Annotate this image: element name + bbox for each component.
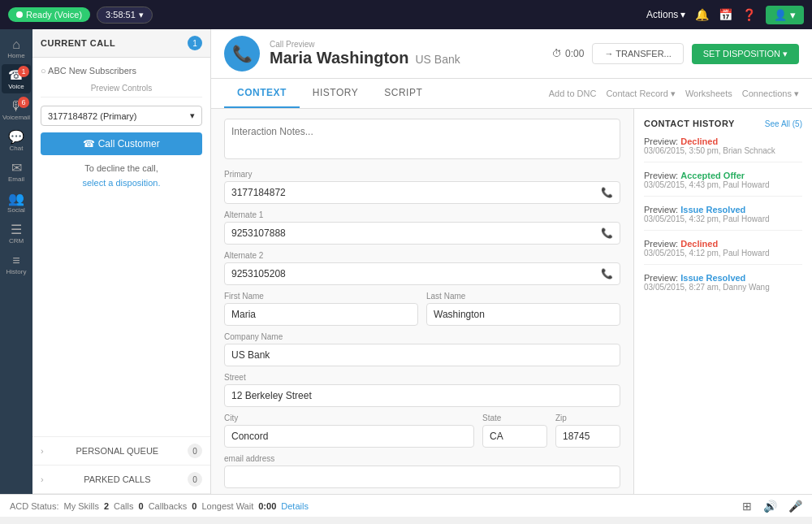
call-timer: ⏱ 0:00 xyxy=(552,48,584,59)
alternate2-input[interactable]: 9253105208 📞 xyxy=(224,262,620,285)
queue-label-text: ABC New Subscribers xyxy=(48,66,136,76)
nav-timer[interactable]: 3:58:51 ▾ xyxy=(97,6,153,24)
help-icon[interactable]: ❓ xyxy=(742,8,756,21)
worksheets-action[interactable]: Worksheets xyxy=(685,89,732,99)
sidebar-item-home[interactable]: ⌂ Home xyxy=(2,33,31,63)
grid-icon[interactable]: ⊞ xyxy=(742,500,752,513)
ch-type-label-4: Preview: xyxy=(644,239,678,249)
ch-type-label-2: Preview: xyxy=(644,171,678,180)
tab-history[interactable]: HISTORY xyxy=(300,79,371,108)
nav-right: Actions ▾ 🔔 📅 ❓ 👤 ▾ xyxy=(646,6,804,24)
voicemail-badge: 6 xyxy=(18,97,29,108)
ch-item-4: Preview: Declined 03/05/2015, 4:12 pm, P… xyxy=(644,239,802,265)
first-name-input[interactable]: Maria xyxy=(224,303,418,326)
sidebar-item-voicemail[interactable]: 🎙 6 Voicemail xyxy=(2,95,31,124)
connections-action[interactable]: Connections ▾ xyxy=(742,89,799,99)
user-button[interactable]: 👤 ▾ xyxy=(766,6,804,24)
details-link[interactable]: Details xyxy=(281,501,309,511)
city-input[interactable]: Concord xyxy=(224,425,474,448)
sidebar-item-email[interactable]: ✉ Email xyxy=(2,157,31,186)
sidebar-item-voice[interactable]: ☎ 1 Voice xyxy=(2,64,31,93)
current-call-badge: 1 xyxy=(188,36,202,50)
call-header-left: 📞 Call Preview Maria Washington US Bank xyxy=(224,36,460,71)
calls-label: Calls xyxy=(114,501,133,511)
last-name-input[interactable]: Washington xyxy=(426,303,620,326)
phone-avatar-icon: 📞 xyxy=(232,44,253,63)
street-value: 12 Berkeley Street xyxy=(231,390,312,401)
sidebar-item-chat[interactable]: 💬 Chat xyxy=(2,126,31,155)
sidebar-item-history[interactable]: ≡ History xyxy=(2,249,31,279)
sidebar-item-social[interactable]: 👥 Social xyxy=(2,188,31,217)
main-layout: ⌂ Home ☎ 1 Voice 🎙 6 Voicemail 💬 Chat ✉ … xyxy=(0,29,812,494)
alternate1-value: 9253107888 xyxy=(231,227,286,239)
tabs-right-actions: Add to DNC Contact Record ▾ Worksheets C… xyxy=(549,89,799,99)
first-name-value: Maria xyxy=(231,309,256,320)
ready-status[interactable]: Ready (Voice) xyxy=(8,7,90,22)
tab-script-label: SCRIPT xyxy=(384,87,422,98)
phone-call-icon-2[interactable]: 📞 xyxy=(601,227,613,239)
tab-context-label: CONTEXT xyxy=(237,87,287,98)
email-label: email address xyxy=(224,454,620,463)
bell-icon[interactable]: 🔔 xyxy=(695,8,709,21)
disposition-label: SET DISPOSITION ▾ xyxy=(703,49,788,59)
street-input[interactable]: 12 Berkeley Street xyxy=(224,384,620,407)
street-label: Street xyxy=(224,373,620,382)
state-value: CA xyxy=(490,431,503,442)
phone-call-icon[interactable]: 📞 xyxy=(601,187,613,198)
calendar-icon[interactable]: 📅 xyxy=(719,8,732,21)
phone-number-select[interactable]: 3177184872 (Primary) ▾ xyxy=(41,106,202,126)
ch-item-1: Preview: Declined 03/06/2015, 3:50 pm, B… xyxy=(644,136,802,162)
primary-phone-input[interactable]: 3177184872 📞 xyxy=(224,181,620,204)
see-all-link[interactable]: See All (5) xyxy=(765,119,802,128)
tab-script[interactable]: SCRIPT xyxy=(371,79,435,108)
microphone-icon[interactable]: 🎤 xyxy=(788,500,802,513)
select-disposition-link[interactable]: select a disposition. xyxy=(83,178,161,188)
transfer-button[interactable]: → TRANSFER... xyxy=(592,43,683,64)
ch-type-label-3: Preview: xyxy=(644,205,678,214)
actions-button[interactable]: Actions ▾ xyxy=(646,9,685,20)
panel-footer: › PERSONAL QUEUE 0 › PARKED CALLS 0 xyxy=(32,436,210,494)
ch-item-3: Preview: Issue Resolved 03/05/2015, 4:32… xyxy=(644,205,802,231)
call-header: 📞 Call Preview Maria Washington US Bank … xyxy=(211,29,812,79)
sidebar-voice-label: Voice xyxy=(8,83,24,90)
ch-status-1: Declined xyxy=(680,136,718,146)
caller-info: Call Preview Maria Washington US Bank xyxy=(270,40,460,67)
personal-queue-count: 0 xyxy=(188,444,202,458)
add-to-dnc-action[interactable]: Add to DNC xyxy=(549,89,597,99)
alternate1-input[interactable]: 9253107888 📞 xyxy=(224,222,620,245)
call-header-right: ⏱ 0:00 → TRANSFER... SET DISPOSITION ▾ xyxy=(552,43,799,64)
caller-full-name: Maria Washington xyxy=(270,49,408,67)
company-name-group: Company Name US Bank xyxy=(224,332,620,366)
state-input[interactable]: CA xyxy=(482,425,547,448)
longest-wait-label: Longest Wait xyxy=(201,501,253,511)
phone-call-icon-3[interactable]: 📞 xyxy=(601,268,613,279)
alternate2-phone-group: Alternate 2 9253105208 📞 xyxy=(224,251,620,285)
personal-queue-item[interactable]: › PERSONAL QUEUE 0 xyxy=(32,437,210,466)
ch-status-3: Issue Resolved xyxy=(680,205,745,214)
parked-calls-item[interactable]: › PARKED CALLS 0 xyxy=(32,466,210,494)
set-disposition-button[interactable]: SET DISPOSITION ▾ xyxy=(692,44,799,64)
chevron-down-icon: ▾ xyxy=(139,10,144,20)
contact-record-action[interactable]: Contact Record ▾ xyxy=(606,89,675,99)
call-customer-button[interactable]: ☎ Call Customer xyxy=(41,132,202,155)
personal-queue-label: PERSONAL QUEUE xyxy=(76,446,158,456)
current-call-title: CURRENT CALL xyxy=(41,38,115,48)
sidebar-crm-label: CRM xyxy=(9,237,24,245)
parked-calls-count: 0 xyxy=(188,472,202,487)
tab-history-label: HISTORY xyxy=(313,87,358,98)
status-dot xyxy=(16,11,23,18)
email-input[interactable] xyxy=(224,466,620,488)
first-name-group: First Name Maria xyxy=(224,292,418,326)
current-call-body: ○ ABC New Subscribers Preview Controls 3… xyxy=(32,58,210,436)
sidebar-item-crm[interactable]: ☰ CRM xyxy=(2,219,31,248)
ch-item-5: Preview: Issue Resolved 03/05/2015, 8:27… xyxy=(644,273,802,298)
volume-icon[interactable]: 🔊 xyxy=(763,500,777,513)
interaction-notes-input[interactable] xyxy=(224,119,620,159)
current-call-panel: CURRENT CALL 1 ○ ABC New Subscribers Pre… xyxy=(32,29,211,494)
address-row: City Concord State CA Zip xyxy=(224,414,620,454)
alternate1-label: Alternate 1 xyxy=(224,210,620,219)
tab-context[interactable]: CONTEXT xyxy=(224,79,300,108)
decline-text: To decline the call, select a dispositio… xyxy=(41,162,202,190)
company-name-input[interactable]: US Bank xyxy=(224,344,620,366)
zip-input[interactable]: 18745 xyxy=(555,425,620,448)
